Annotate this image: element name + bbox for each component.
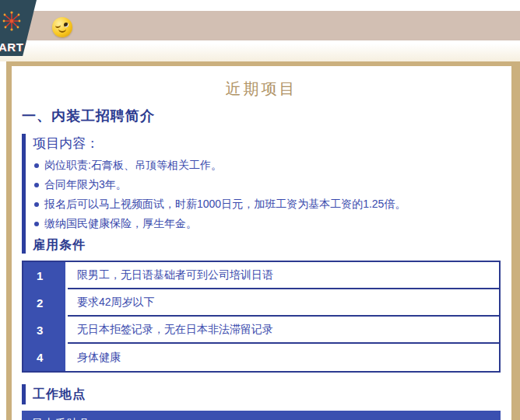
row-number-cell: 3 bbox=[23, 317, 65, 344]
section-title: 一、内装工招聘简介 bbox=[22, 107, 501, 125]
conditions-heading: 雇用条件 bbox=[33, 237, 501, 254]
row-number-cell: 2 bbox=[23, 289, 65, 317]
header-beige-bar bbox=[0, 11, 520, 40]
list-item: 岗位职责:石膏板、吊顶等相关工作。 bbox=[33, 156, 501, 175]
row-number-cell: 1 bbox=[23, 262, 65, 289]
location-value-bar: 日本千叶县 bbox=[22, 411, 501, 420]
list-item: 缴纳国民健康保险，厚生年金。 bbox=[33, 214, 501, 233]
conditions-table: 1 限男工，无日语基础者可到公司培训日语 2 要求42周岁以下 3 无日本拒签记… bbox=[22, 261, 501, 373]
wink-emoji-icon bbox=[52, 17, 72, 37]
table-row: 3 无日本拒签记录，无在日本非法滞留记录 bbox=[23, 317, 499, 344]
project-bullet-list: 岗位职责:石膏板、吊顶等相关工作。 合同年限为3年。 报名后可以马上视频面试，时… bbox=[33, 156, 501, 233]
table-row: 4 身体健康 bbox=[23, 344, 499, 371]
project-content-block: 项目内容： 岗位职责:石膏板、吊顶等相关工作。 合同年限为3年。 报名后可以马上… bbox=[22, 134, 501, 254]
fireworks-icon bbox=[2, 10, 22, 33]
content-frame: 近期项目 一、内装工招聘简介 项目内容： 岗位职责:石膏板、吊顶等相关工作。 合… bbox=[6, 61, 520, 420]
table-row: 1 限男工，无日语基础者可到公司培训日语 bbox=[23, 262, 499, 289]
row-number-cell: 4 bbox=[23, 344, 65, 371]
table-row: 2 要求42周岁以下 bbox=[23, 289, 499, 317]
header-gradient-strip bbox=[0, 44, 520, 61]
wink-eye-open bbox=[64, 23, 69, 27]
list-item: 报名后可以马上视频面试，时薪1000日元，加班工资为基本工资的1.25倍。 bbox=[33, 194, 501, 214]
content-body: 近期项目 一、内装工招聘简介 项目内容： 岗位职责:石膏板、吊顶等相关工作。 合… bbox=[12, 79, 511, 420]
project-content-heading: 项目内容： bbox=[33, 134, 501, 152]
badge-label: ART bbox=[0, 40, 23, 54]
page-title: 近期项目 bbox=[22, 79, 501, 100]
location-heading: 工作地点 bbox=[22, 384, 501, 404]
row-text-cell: 限男工，无日语基础者可到公司培训日语 bbox=[68, 262, 499, 289]
row-text-cell: 要求42周岁以下 bbox=[68, 289, 499, 317]
row-text-cell: 身体健康 bbox=[68, 344, 499, 371]
page-header: ART bbox=[0, 0, 520, 61]
wink-mouth bbox=[58, 28, 66, 33]
row-text-cell: 无日本拒签记录，无在日本非法滞留记录 bbox=[68, 317, 499, 344]
list-item: 合同年限为3年。 bbox=[33, 175, 501, 194]
